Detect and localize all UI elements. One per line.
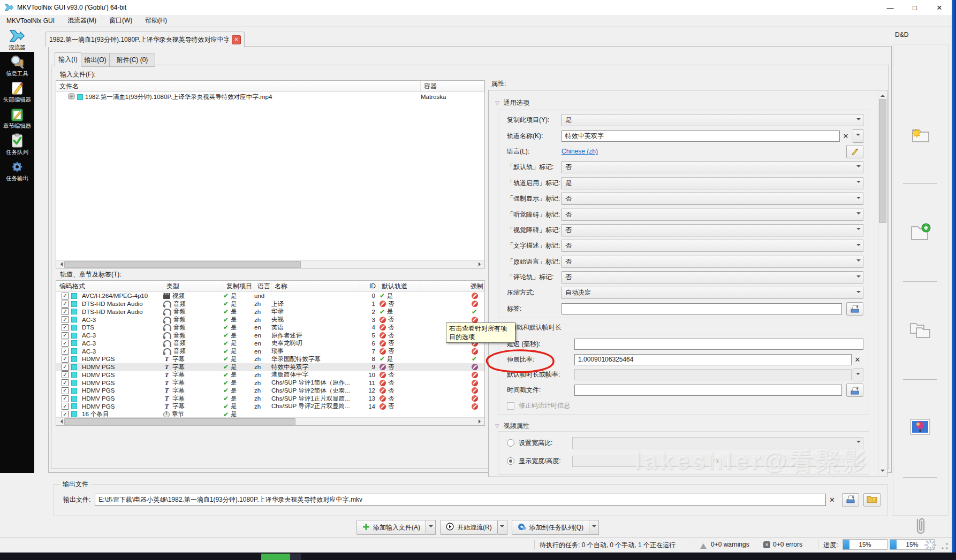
tracks-hscrollbar[interactable] <box>56 417 484 425</box>
menu-item-3[interactable]: 帮助(H) <box>139 15 173 26</box>
text-field[interactable] <box>724 456 863 467</box>
track-checkbox[interactable]: ✓ <box>62 324 69 331</box>
combo-field[interactable]: 否 <box>562 256 863 268</box>
sidebar-item-info[interactable]: 信息工具 <box>0 52 34 78</box>
track-checkbox[interactable]: ✓ <box>62 308 69 315</box>
track-row[interactable]: ✓ DTS 音频 ✔是 en 英语 4 否 <box>56 324 484 332</box>
file-tab[interactable]: 1982.第一滴血1(93分钟).1080P.上译华录央视英导特效对应中字.mk… <box>45 32 245 47</box>
radio-aspect-ratio[interactable] <box>507 439 514 447</box>
copy-folders-icon[interactable] <box>893 320 947 340</box>
combo-field[interactable] <box>572 437 863 449</box>
track-row[interactable]: ✓ HDMV PGS 字幕 ✔是 zh Chs/SUP 导评2简体（史泰... … <box>56 387 484 395</box>
text-field[interactable] <box>574 369 852 380</box>
track-checkbox[interactable]: ✓ <box>62 340 69 347</box>
resize-grip[interactable] <box>941 542 949 550</box>
track-row[interactable]: ✓ AC-3 音频 ✔是 en 琐事 7 否 <box>56 347 484 355</box>
start-muxing-dropdown[interactable] <box>498 520 507 535</box>
sidebar-item-header[interactable]: 头部编辑器 <box>0 78 34 104</box>
add-to-queue-dropdown[interactable] <box>589 520 599 535</box>
start-muxing-button[interactable]: 开始混流(R) <box>440 520 498 535</box>
add-to-queue-button[interactable]: 添加到任务队列(Q) <box>512 520 589 535</box>
column-id[interactable]: ID <box>360 281 378 291</box>
tab-attachments[interactable]: 附件(C) (0) <box>109 53 155 67</box>
new-file-icon[interactable] <box>893 125 947 144</box>
track-checkbox[interactable]: ✓ <box>62 364 69 371</box>
column-default-track[interactable]: 默认轨道 <box>378 281 420 291</box>
track-row[interactable]: ✓ AC-3 音频 ✔是 zh 央视 3 否 <box>56 316 484 324</box>
track-checkbox[interactable]: ✓ <box>62 301 69 308</box>
taskbar-active-app[interactable] <box>261 554 290 560</box>
column-forced[interactable]: 强制 <box>420 281 484 291</box>
input-files-table[interactable]: 文件名 容器 1982.第一滴血1(93分钟).1080P.上译华录央视英导特效… <box>56 80 485 269</box>
output-file-input[interactable]: E:\迅雷下载\电器小英雄\1982.第一滴血1(93分钟).1080P.上译华… <box>95 494 826 506</box>
track-row[interactable]: ✓ DTS-HD Master Audio 音频 ✔是 zh 华录 2 ✔是 ✔ <box>56 308 484 316</box>
language-link[interactable]: Chinese (zh) <box>562 148 598 155</box>
maximize-button[interactable]: □ <box>902 0 927 15</box>
track-row[interactable]: ✓ HDMV PGS 字幕 ✔是 zh 港版简体中字 10 否 <box>56 371 484 379</box>
tab-output[interactable]: 输出(O) <box>81 53 110 67</box>
sidebar-item-chapter[interactable]: 章节编辑器 <box>0 104 34 131</box>
combo-field[interactable]: 是 <box>562 177 863 189</box>
edit-language-button[interactable] <box>846 145 863 158</box>
track-row[interactable]: ✓ HDMV PGS 字幕 ✔是 zh Chs/SUP 导评1正片双显简... … <box>56 395 484 403</box>
column-name[interactable]: 名称 <box>271 281 360 291</box>
add-source-button[interactable]: 添加输入文件(A) <box>356 520 426 535</box>
track-row[interactable]: ✓ AC-3 音频 ✔是 en 史泰龙唠叨 6 否 <box>56 340 484 348</box>
browse-file-button[interactable] <box>846 302 863 316</box>
track-checkbox[interactable]: ✓ <box>62 348 69 355</box>
browse-output-button[interactable] <box>842 493 859 507</box>
properties-vscrollbar[interactable] <box>878 90 886 475</box>
combo-field[interactable]: 否 <box>562 193 863 205</box>
text-field[interactable] <box>574 339 863 350</box>
sidebar-item-gear[interactable]: 任务输出 <box>0 157 34 183</box>
input-files-hscrollbar[interactable] <box>56 260 484 268</box>
text-field[interactable]: 1.00090106325464 <box>574 354 852 365</box>
section-header[interactable]: ▽视频属性 <box>495 421 529 431</box>
track-row[interactable]: ✓ HDMV PGS 字幕 ✔是 zh 特效中英双字 9 否 <box>56 363 484 371</box>
track-checkbox[interactable]: ✓ <box>62 379 69 386</box>
add-source-dropdown[interactable] <box>426 520 436 535</box>
track-checkbox[interactable]: ✓ <box>62 293 69 300</box>
section-header[interactable]: ▽通用选项 <box>495 98 529 108</box>
add-folder-icon[interactable] <box>893 223 947 242</box>
browse-favorite-button[interactable] <box>863 493 881 507</box>
track-row[interactable]: ✓ AVC/H.264/MPEG-4p10 视频 ✔是 und 0 ✔是 <box>56 292 484 300</box>
minimize-button[interactable]: — <box>878 0 902 15</box>
radio-display-dimensions[interactable] <box>507 457 514 465</box>
column-filename[interactable]: 文件名 <box>56 81 421 91</box>
track-checkbox[interactable]: ✓ <box>62 387 69 394</box>
dnd-panel[interactable] <box>893 44 949 516</box>
tracks-table[interactable]: 编码格式 类型 复制项目 语言 名称 ID 默认轨道 强制 ✓ AVC/H.26… <box>56 280 485 426</box>
track-row[interactable]: ✓ HDMV PGS 字幕 ✔是 zh 华录国配特效字幕 8 ✔是 ✔ <box>56 355 484 363</box>
image-icon[interactable] <box>893 418 947 435</box>
track-checkbox[interactable]: ✓ <box>62 395 69 402</box>
track-row[interactable]: ✓ AC-3 音频 ✔是 en 原作者述评 5 否 <box>56 332 484 340</box>
clear-icon[interactable]: ✕ <box>852 356 863 364</box>
column-copy[interactable]: 复制项目 <box>223 281 254 291</box>
column-type[interactable]: 类型 <box>163 281 223 291</box>
sidebar-item-merge[interactable]: 混流器 <box>0 26 34 52</box>
close-button[interactable]: ✕ <box>927 0 952 15</box>
input-file-row[interactable]: 1982.第一滴血1(93分钟).1080P.上译华录央视英导特效对应中字.mp… <box>56 92 484 102</box>
combo-field[interactable]: 否 <box>562 271 863 283</box>
track-checkbox[interactable]: ✓ <box>62 316 69 323</box>
text-field[interactable]: 特效中英双字 <box>562 131 840 142</box>
menu-item-2[interactable]: 窗口(W) <box>103 15 139 26</box>
dropdown-button[interactable] <box>853 129 863 143</box>
combo-field[interactable]: 自动决定 <box>562 287 863 299</box>
column-codec[interactable]: 编码格式 <box>56 281 163 291</box>
menu-item-1[interactable]: 混流器(M) <box>61 15 103 26</box>
combo-field[interactable]: 否 <box>562 240 863 252</box>
clear-icon[interactable]: ✕ <box>840 132 852 140</box>
combo-field[interactable]: 否 <box>562 161 863 173</box>
text-field[interactable] <box>574 385 842 396</box>
tab-input[interactable]: 输入(I) <box>55 52 81 67</box>
track-row[interactable]: ✓ HDMV PGS 字幕 ✔是 zh Chs/SUP 导评1简体（原作... … <box>56 379 484 387</box>
browse-file-button[interactable] <box>846 383 863 397</box>
combo-field[interactable]: 是 <box>562 114 863 126</box>
track-checkbox[interactable]: ✓ <box>62 371 69 378</box>
track-checkbox[interactable]: ✓ <box>62 403 69 410</box>
track-checkbox[interactable]: ✓ <box>62 356 69 363</box>
paperclip-icon[interactable] <box>893 516 947 538</box>
text-field[interactable] <box>562 303 842 314</box>
